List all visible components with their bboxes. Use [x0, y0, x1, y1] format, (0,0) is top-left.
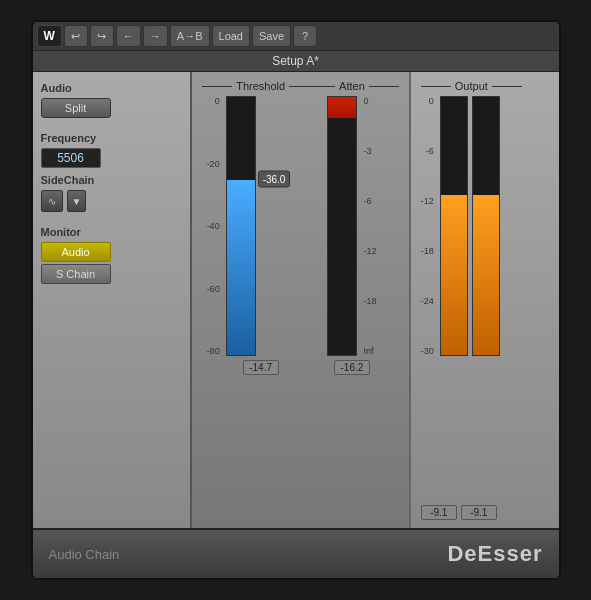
center-panel: Threshold 0 -20 -40 -60 -80	[192, 72, 409, 528]
threshold-value: -36.0	[263, 174, 286, 185]
load-button[interactable]: Load	[212, 25, 250, 47]
scale-20: -20	[207, 159, 220, 169]
threshold-title: Threshold	[202, 80, 319, 92]
atten-scale-3: -3	[363, 146, 371, 156]
atten-scale-12: -12	[363, 246, 376, 256]
output-line-left	[421, 86, 451, 87]
redo-button[interactable]: ↪	[90, 25, 114, 47]
threshold-meter	[226, 96, 256, 356]
frequency-input[interactable]	[41, 148, 101, 168]
scale-80: -80	[207, 346, 220, 356]
right-panel: Output 0 -6 -12 -18 -24 -30	[409, 72, 559, 528]
monitor-audio-button[interactable]: Audio	[41, 242, 111, 262]
atten-label-text: Atten	[339, 80, 365, 92]
output-meter-2	[472, 96, 500, 356]
sidechain-dropdown-button[interactable]: ▼	[67, 190, 87, 212]
audio-section: Audio Split	[41, 82, 183, 118]
out-scale-24: -24	[421, 296, 434, 306]
atten-dark-fill	[328, 118, 356, 355]
threshold-label-text: Threshold	[236, 80, 285, 92]
ab-button[interactable]: A→B	[170, 25, 210, 47]
monitor-schain-button[interactable]: S Chain	[41, 264, 111, 284]
threshold-handle[interactable]: -36.0	[258, 171, 291, 188]
atten-group: Atten 0 -3	[305, 80, 399, 375]
out-scale-18: -18	[421, 246, 434, 256]
left-panel: Audio Split Frequency SideChain ∿ ▼ Moni…	[33, 72, 193, 528]
monitor-buttons: Audio S Chain	[41, 242, 183, 284]
audio-chain-label: Audio Chain	[49, 547, 120, 562]
atten-meter-value: -16.2	[334, 360, 370, 375]
sidechain-row: ∿ ▼	[41, 190, 183, 212]
out-scale-6: -6	[426, 146, 434, 156]
atten-scale-0: 0	[363, 96, 368, 106]
preset-bar: Setup A*	[33, 51, 559, 72]
scale-60: -60	[207, 284, 220, 294]
atten-red-fill	[328, 97, 356, 118]
threshold-meter-value: -14.7	[243, 360, 279, 375]
atten-line-left	[305, 86, 335, 87]
back-button[interactable]: ←	[116, 25, 141, 47]
atten-scale-inf: Inf	[363, 346, 373, 356]
atten-scale-6: -6	[363, 196, 371, 206]
output-meter-1	[440, 96, 468, 356]
atten-meter	[327, 96, 357, 356]
out-scale-12: -12	[421, 196, 434, 206]
undo-button[interactable]: ↩	[64, 25, 88, 47]
threshold-slider-area[interactable]: -36.0	[260, 96, 315, 356]
output-meter-value-2: -9.1	[461, 505, 497, 520]
frequency-label: Frequency	[41, 132, 183, 144]
out-scale-0: 0	[429, 96, 434, 106]
plugin-name: DeEsser	[447, 541, 542, 567]
out-scale-30: -30	[421, 346, 434, 356]
help-button[interactable]: ?	[293, 25, 317, 47]
output-label-text: Output	[455, 80, 488, 92]
waves-logo: W	[37, 25, 62, 47]
atten-line-right	[369, 86, 399, 87]
monitor-label: Monitor	[41, 226, 183, 238]
scale-0: 0	[215, 96, 220, 106]
forward-button[interactable]: →	[143, 25, 168, 47]
output-meter-2-fill	[473, 195, 499, 355]
atten-scale-18: -18	[363, 296, 376, 306]
split-button[interactable]: Split	[41, 98, 111, 118]
threshold-group: Threshold 0 -20 -40 -60 -80	[202, 80, 319, 375]
sidechain-filter-button[interactable]: ∿	[41, 190, 63, 212]
frequency-section: Frequency SideChain ∿ ▼	[41, 132, 183, 212]
threshold-meter-fill	[227, 180, 255, 355]
output-line-right	[492, 86, 522, 87]
save-button[interactable]: Save	[252, 25, 291, 47]
atten-title: Atten	[305, 80, 399, 92]
main-area: Audio Split Frequency SideChain ∿ ▼ Moni…	[33, 72, 559, 528]
audio-label: Audio	[41, 82, 183, 94]
sidechain-label: SideChain	[41, 174, 183, 186]
output-meter-value-1: -9.1	[421, 505, 457, 520]
bottom-bar: Audio Chain DeEsser	[33, 528, 559, 578]
plugin-window: W ↩ ↪ ← → A→B Load Save ? Setup A* Audio…	[31, 20, 561, 580]
logo-text: W	[44, 29, 55, 43]
preset-name: Setup A*	[272, 54, 319, 68]
threshold-line-left	[202, 86, 232, 87]
output-title: Output	[421, 80, 549, 92]
output-meter-1-fill	[441, 195, 467, 355]
monitor-section: Monitor Audio S Chain	[41, 226, 183, 284]
scale-40: -40	[207, 221, 220, 231]
toolbar: W ↩ ↪ ← → A→B Load Save ?	[33, 22, 559, 51]
